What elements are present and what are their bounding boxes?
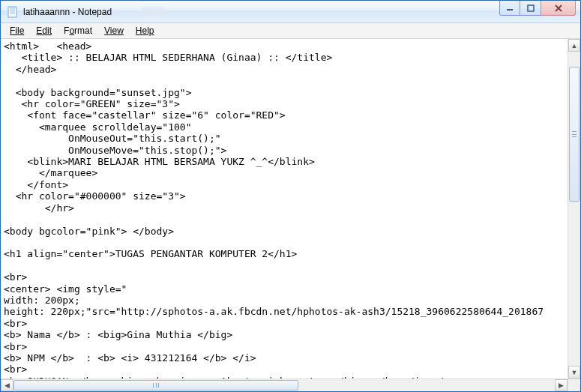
scroll-up-button[interactable]: ▲: [568, 39, 580, 52]
hscroll-thumb[interactable]: [13, 380, 298, 391]
titlebar[interactable]: latihaaannn - Notepad: [1, 1, 580, 23]
menu-view[interactable]: View: [98, 24, 130, 37]
svg-rect-7: [528, 5, 534, 11]
menu-help[interactable]: Help: [130, 24, 160, 37]
text-editor[interactable]: <html> <head> <title> :: BELAJAR HTML SE…: [1, 39, 568, 379]
titlebar-ghost: [142, 7, 164, 17]
scroll-down-button[interactable]: ▼: [568, 366, 580, 379]
vscroll-track[interactable]: [568, 52, 580, 366]
menubar: File Edit Format View Help: [1, 23, 580, 39]
maximize-button[interactable]: [520, 1, 541, 16]
horizontal-scrollbar[interactable]: ◀ ▶: [1, 379, 568, 391]
notepad-icon: [7, 6, 19, 18]
client-area: <html> <head> <title> :: BELAJAR HTML SE…: [1, 39, 580, 391]
scroll-right-button[interactable]: ▶: [555, 379, 568, 391]
scroll-left-button[interactable]: ◀: [1, 379, 13, 391]
menu-edit[interactable]: Edit: [30, 24, 58, 37]
menu-file[interactable]: File: [4, 24, 30, 37]
menu-format[interactable]: Format: [58, 24, 98, 37]
editor-wrap: <html> <head> <title> :: BELAJAR HTML SE…: [1, 39, 580, 391]
vertical-scrollbar[interactable]: ▲ ▼: [568, 39, 580, 379]
hscroll-track[interactable]: [13, 379, 555, 391]
close-button[interactable]: [541, 1, 576, 16]
window-controls: [499, 1, 576, 16]
notepad-window: latihaaannn - Notepad File Edit Format V…: [0, 0, 581, 392]
minimize-button[interactable]: [499, 1, 520, 16]
size-grip[interactable]: [568, 379, 580, 391]
vscroll-thumb[interactable]: [569, 67, 580, 202]
window-title: latihaaannn - Notepad: [23, 7, 112, 17]
svg-rect-5: [8, 7, 16, 8]
